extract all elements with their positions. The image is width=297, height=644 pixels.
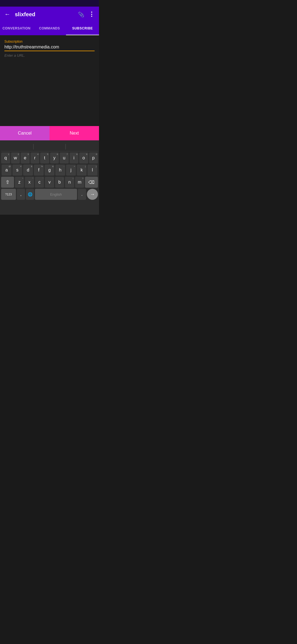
tab-conversation[interactable]: CONVERSATION [0,22,33,35]
key-row-4: ?123 , English . [1,189,98,200]
key-n[interactable]: !n [65,177,74,188]
key-t[interactable]: 5t [40,152,49,163]
app-bar: slixfeed [0,7,99,22]
key-y[interactable]: 6y [50,152,59,163]
key-s[interactable]: #s [12,165,22,176]
enter-key[interactable] [87,189,98,200]
key-u[interactable]: 7u [60,152,69,163]
key-f[interactable]: %f [34,165,44,176]
bottom-buttons: Cancel Next [0,126,99,140]
key-m[interactable]: ?m [75,177,84,188]
backspace-icon [88,180,95,185]
cancel-button[interactable]: Cancel [0,126,50,140]
key-a[interactable]: @a [2,165,12,176]
keyboard-rows: 1q 2w 3e 4r 5t 6y 7u 8i 9o 0p @a #s $d %… [1,152,98,200]
attach-icon[interactable] [78,11,84,18]
key-row-2: @a #s $d %f &g -h +j (k )l [1,165,98,176]
status-bar [0,0,99,7]
key-p[interactable]: 0p [89,152,98,163]
key-z[interactable]: *z [15,177,24,188]
keyboard-suggestions [1,142,98,151]
key-b[interactable]: ;b [55,177,64,188]
key-o[interactable]: 9o [79,152,88,163]
shift-key[interactable] [1,177,14,188]
url-input[interactable] [4,45,95,50]
url-placeholder: Enter a URL. [4,53,95,58]
symbols-key[interactable]: ?123 [1,189,16,200]
key-k[interactable]: (k [77,165,87,176]
key-j[interactable]: +j [66,165,76,176]
back-button[interactable] [4,11,10,18]
space-key[interactable]: English [35,189,77,200]
key-l[interactable]: )l [87,165,97,176]
key-q[interactable]: 1q [1,152,10,163]
key-r[interactable]: 4r [31,152,40,163]
key-w[interactable]: 2w [11,152,20,163]
app-bar-icons [78,11,95,18]
globe-icon [28,192,32,197]
subscription-label: Subscription [4,40,95,43]
comma-key[interactable]: , [17,189,25,200]
key-row-1: 1q 2w 3e 4r 5t 6y 7u 8i 9o 0p [1,152,98,163]
key-h[interactable]: -h [55,165,65,176]
key-c[interactable]: 'c [35,177,44,188]
suggestion-divider-2 [65,144,66,149]
key-i[interactable]: 8i [70,152,79,163]
backspace-key[interactable] [85,177,98,188]
more-icon[interactable] [89,11,95,18]
key-d[interactable]: $d [23,165,33,176]
globe-key[interactable] [26,189,34,200]
next-button[interactable]: Next [50,126,99,140]
key-g[interactable]: &g [45,165,54,176]
keyboard: 1q 2w 3e 4r 5t 6y 7u 8i 9o 0p @a #s $d %… [0,140,99,215]
enter-icon [90,192,95,197]
shift-icon [6,179,10,185]
tab-bar: CONVERSATION COMMANDS SUBSCRIBE [0,22,99,35]
key-e[interactable]: 3e [21,152,30,163]
url-input-container [4,45,95,51]
app-title: slixfeed [15,11,74,18]
key-x[interactable]: "x [25,177,34,188]
tab-subscribe[interactable]: SUBSCRIBE [66,22,99,35]
tab-commands[interactable]: COMMANDS [33,22,66,35]
key-row-3: *z "x 'c :v ;b !n ?m [1,177,98,188]
suggestion-divider-1 [33,144,34,149]
period-key[interactable]: . [78,189,86,200]
key-v[interactable]: :v [45,177,54,188]
